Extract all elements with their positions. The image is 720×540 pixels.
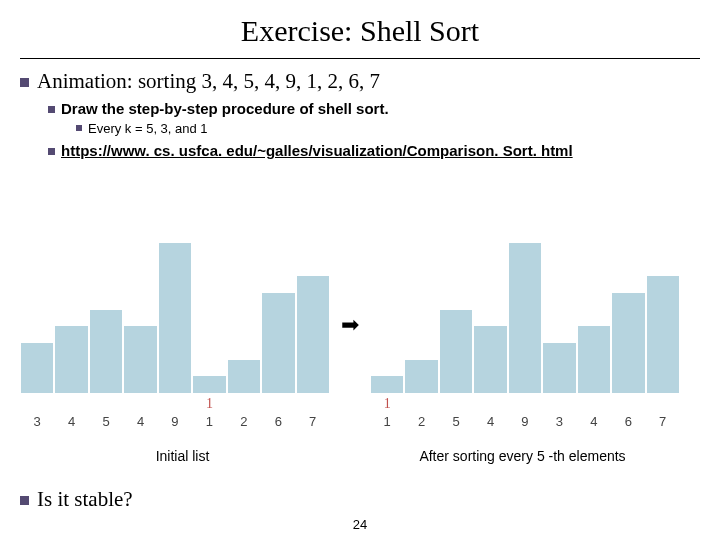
bar-label: 9 (171, 414, 178, 430)
bar-label: 7 (659, 414, 666, 430)
bar-column: 4 (124, 326, 156, 430)
bar-column: 3 (543, 343, 575, 430)
bar (90, 310, 122, 393)
bullet-animation-text: Animation: sorting 3, 4, 5, 4, 9, 1, 2, … (37, 69, 380, 93)
bar-label: 6 (625, 414, 632, 430)
bar-label: 4 (137, 414, 144, 430)
bullet-is-stable: Is it stable? (20, 487, 133, 512)
bar-label: 1 (206, 414, 213, 430)
bar-label: 2 (418, 414, 425, 430)
bar-label: 1 (384, 414, 391, 430)
arrow-icon: ➡ (330, 312, 370, 368)
bar-column: 6 (612, 293, 644, 430)
visualization-link[interactable]: https://www. cs. usfca. edu/~galles/visu… (61, 142, 573, 159)
caption-row: Initial list After sorting every 5 -th e… (20, 448, 700, 464)
bar-column: 9 (509, 243, 541, 430)
bar-column: 4 (474, 326, 506, 430)
bar-column: 2 (405, 360, 437, 430)
bar (297, 276, 329, 393)
bar-column: 2 (228, 360, 260, 430)
bar-column: 9 (159, 243, 191, 430)
charts-row: 3454911267 ➡ 1125493467 (20, 230, 700, 450)
caption-after: After sorting every 5 -th elements (345, 448, 700, 464)
bullet-every-k-text: Every k = 5, 3, and 1 (88, 121, 208, 136)
bullet-draw-text: Draw the step-by-step procedure of shell… (61, 100, 389, 117)
bar (228, 360, 260, 393)
bar (55, 326, 87, 393)
bar-label: 4 (487, 414, 494, 430)
bar (371, 376, 403, 393)
bullet-animation: Animation: sorting 3, 4, 5, 4, 9, 1, 2, … (20, 69, 700, 159)
bar (612, 293, 644, 393)
bullet-list: Animation: sorting 3, 4, 5, 4, 9, 1, 2, … (20, 69, 700, 159)
bar-label: 3 (34, 414, 41, 430)
bar-label: 4 (590, 414, 597, 430)
bar (440, 310, 472, 393)
bar (159, 243, 191, 393)
bullet-icon (48, 106, 55, 113)
page-number: 24 (0, 517, 720, 532)
red-one-marker: 1 (206, 396, 213, 412)
bar-column: 7 (647, 276, 679, 430)
bar-column: 7 (297, 276, 329, 430)
bar-label: 3 (556, 414, 563, 430)
bar-label: 4 (68, 414, 75, 430)
red-one-marker: 1 (384, 396, 391, 412)
chart-initial: 3454911267 (20, 250, 330, 430)
bar (647, 276, 679, 393)
bar-label: 5 (102, 414, 109, 430)
bar-column: 11 (193, 376, 225, 430)
bar-label: 9 (521, 414, 528, 430)
bar-column: 3 (21, 343, 53, 430)
bullet-icon (20, 78, 29, 87)
page-title: Exercise: Shell Sort (20, 0, 700, 56)
bullet-is-stable-text: Is it stable? (37, 487, 133, 511)
bar-column: 4 (55, 326, 87, 430)
bar (474, 326, 506, 393)
caption-initial: Initial list (20, 448, 345, 464)
bar-column: 5 (90, 310, 122, 430)
bar (262, 293, 294, 393)
bar (193, 376, 225, 393)
bullet-icon (20, 496, 29, 505)
bar-label: 6 (275, 414, 282, 430)
title-divider (20, 58, 700, 59)
bar-label: 7 (309, 414, 316, 430)
bar-column: 11 (371, 376, 403, 430)
bullet-every-k: Every k = 5, 3, and 1 (76, 121, 700, 136)
bar-column: 5 (440, 310, 472, 430)
bar (578, 326, 610, 393)
chart-after: 1125493467 (370, 250, 680, 430)
bar-label: 2 (240, 414, 247, 430)
bullet-link: https://www. cs. usfca. edu/~galles/visu… (48, 142, 700, 159)
bar (509, 243, 541, 393)
bar-label: 5 (452, 414, 459, 430)
bar (405, 360, 437, 393)
bar-column: 6 (262, 293, 294, 430)
bar (543, 343, 575, 393)
bullet-draw: Draw the step-by-step procedure of shell… (48, 100, 700, 136)
bar (124, 326, 156, 393)
bullet-icon (76, 125, 82, 131)
bar-column: 4 (578, 326, 610, 430)
bullet-icon (48, 148, 55, 155)
bar (21, 343, 53, 393)
